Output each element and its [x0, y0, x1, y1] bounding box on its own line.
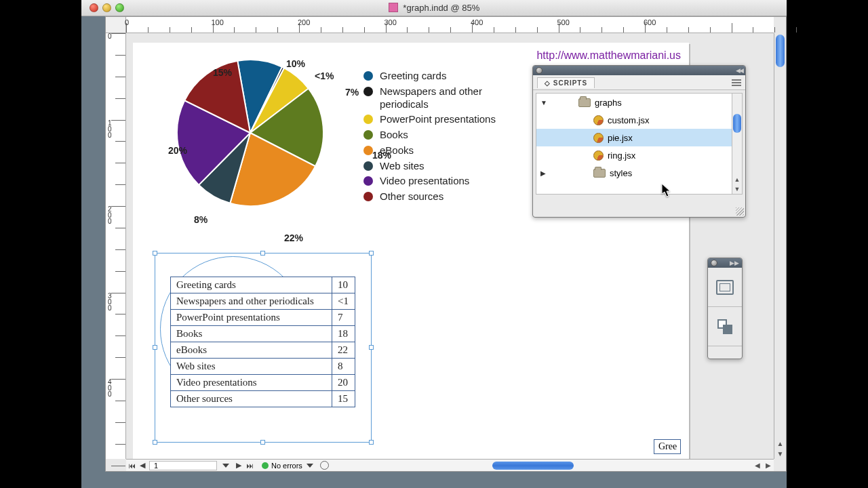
- vertical-scrollbar[interactable]: ▲ ▼: [774, 33, 786, 459]
- pct-label-5: 8%: [194, 214, 208, 225]
- tree-folder-styles[interactable]: ▶styles: [536, 164, 742, 182]
- tree-scroll-thumb[interactable]: [733, 114, 741, 133]
- url-text: http://www.matthewmariani.us: [536, 49, 681, 62]
- legend-swatch: [363, 192, 373, 201]
- table-row[interactable]: eBooks22: [171, 342, 355, 359]
- panel-close-button[interactable]: [536, 67, 542, 74]
- table-row[interactable]: Newspapers and other periodicals<1: [171, 293, 355, 310]
- script-icon: [593, 115, 604, 125]
- tree-script-ring.jsx[interactable]: ring.jsx: [536, 146, 742, 164]
- tree-scroll-up[interactable]: ▲: [732, 175, 742, 184]
- table-cell-value[interactable]: 18: [332, 326, 355, 342]
- table-row[interactable]: Video presentations20: [171, 375, 355, 391]
- hscroll-thumb[interactable]: [492, 462, 574, 470]
- scripts-panel[interactable]: ◀◀ ◇ SCRIPTS ▼graphscustom.jsxpie.jsxrin…: [532, 65, 746, 218]
- table-cell-label[interactable]: Greeting cards: [171, 277, 332, 293]
- folder-icon: [578, 98, 591, 107]
- page-number-field[interactable]: 1: [149, 461, 217, 470]
- table-row[interactable]: Greeting cards10: [171, 277, 355, 293]
- legend-item-0: Greeting cards: [363, 70, 509, 83]
- table-row[interactable]: Web sites8: [171, 359, 355, 375]
- table-cell-label[interactable]: eBooks: [171, 342, 332, 359]
- table-cell-label[interactable]: Other sources: [171, 391, 332, 407]
- mini-panel-close[interactable]: [711, 260, 717, 266]
- panel-resize-grip[interactable]: [736, 207, 744, 216]
- tree-folder-graphs[interactable]: ▼graphs: [536, 94, 742, 111]
- panel-icon-button-2[interactable]: [708, 307, 742, 346]
- legend-swatch: [363, 130, 373, 140]
- mouse-cursor: [661, 183, 672, 198]
- legend-label: Web sites: [380, 160, 425, 173]
- first-page-button[interactable]: ⏮: [126, 460, 137, 471]
- data-table[interactable]: Greeting cards10Newspapers and other per…: [170, 277, 355, 407]
- table-row[interactable]: PowerPoint presentations7: [171, 310, 355, 326]
- table-cell-label[interactable]: Web sites: [171, 359, 332, 375]
- scroll-right-arrow[interactable]: ▶: [763, 459, 774, 471]
- panel-icon-button-1[interactable]: [708, 268, 742, 307]
- collapsed-panel[interactable]: ▶▶: [707, 258, 743, 359]
- legend-label: Books: [380, 129, 408, 142]
- panel-collapse-button[interactable]: ◀◀: [736, 67, 743, 74]
- table-cell-value[interactable]: 15: [332, 391, 355, 407]
- window-titlebar[interactable]: *graph.indd @ 85%: [81, 0, 787, 16]
- ruler-horizontal[interactable]: 0100200300400500600: [126, 17, 774, 33]
- pct-label-7: 15%: [213, 67, 232, 78]
- pct-label-1: <1%: [315, 70, 334, 81]
- ruler-vertical[interactable]: 01 0 02 0 03 0 04 0 0: [106, 33, 126, 459]
- script-icon: [593, 133, 604, 143]
- disclosure-triangle[interactable]: ▶: [540, 169, 547, 177]
- table-cell-label[interactable]: Newspapers and other periodicals: [171, 293, 332, 310]
- tree-script-pie.jsx[interactable]: pie.jsx: [536, 129, 742, 146]
- tree-item-label: ring.jsx: [608, 150, 635, 161]
- tree-script-custom.jsx[interactable]: custom.jsx: [536, 111, 742, 129]
- legend-label: Greeting cards: [380, 70, 446, 83]
- legend-swatch: [363, 176, 373, 186]
- table-cell-value[interactable]: 22: [332, 342, 355, 359]
- mini-panel-bar[interactable]: ▶▶: [708, 258, 742, 268]
- table-cell-label[interactable]: PowerPoint presentations: [171, 310, 332, 326]
- prev-page-button[interactable]: ◀: [137, 460, 148, 471]
- tree-item-label: custom.jsx: [608, 115, 649, 125]
- next-page-button[interactable]: ▶: [233, 460, 244, 471]
- legend-item-3: Books: [363, 129, 509, 142]
- table-cell-label[interactable]: Video presentations: [171, 375, 332, 391]
- scroll-left-arrow[interactable]: ◀: [752, 459, 763, 471]
- legend-swatch: [363, 87, 373, 96]
- legend-item-6: Video presentations: [363, 175, 509, 188]
- panel-titlebar[interactable]: ◀◀: [533, 66, 745, 75]
- scroll-down-arrow[interactable]: ▼: [774, 449, 786, 459]
- table-row[interactable]: Books18: [171, 326, 355, 342]
- preflight-status-text: No errors: [271, 462, 302, 470]
- table-cell-value[interactable]: 7: [332, 310, 355, 326]
- tree-scrollbar[interactable]: ▲ ▼: [732, 94, 742, 194]
- page-dropdown-arrow[interactable]: [222, 464, 229, 468]
- table-cell-value[interactable]: 8: [332, 359, 355, 375]
- legend-swatch: [363, 71, 373, 81]
- table-cell-value[interactable]: 10: [332, 277, 355, 293]
- scroll-up-arrow[interactable]: ▲: [774, 439, 786, 449]
- sync-icon[interactable]: [320, 461, 329, 470]
- preflight-menu-arrow[interactable]: [307, 464, 313, 468]
- legend-label: Newspapers and other periodicals: [380, 85, 509, 111]
- table-cell-label[interactable]: Books: [171, 326, 332, 342]
- folder-icon: [593, 169, 606, 178]
- pie-chart[interactable]: [172, 55, 328, 211]
- tree-scroll-down[interactable]: ▼: [732, 184, 742, 194]
- legend-item-5: Web sites: [363, 160, 509, 173]
- ruler-origin[interactable]: [106, 17, 126, 33]
- tree-item-label: styles: [610, 168, 632, 178]
- table-row[interactable]: Other sources15: [171, 391, 355, 407]
- pct-label-0: 10%: [286, 58, 305, 69]
- indesign-file-icon: [389, 3, 398, 12]
- scripts-tab[interactable]: ◇ SCRIPTS: [537, 77, 595, 88]
- panel-flyout-menu[interactable]: [732, 79, 741, 86]
- legend-item-7: Other sources: [363, 190, 509, 203]
- table-cell-value[interactable]: <1: [332, 293, 355, 310]
- scripts-tree[interactable]: ▼graphscustom.jsxpie.jsxring.jsx▶styles …: [536, 93, 743, 195]
- legend-item-2: PowerPoint presentations: [363, 113, 509, 126]
- table-cell-value[interactable]: 20: [332, 375, 355, 391]
- last-page-button[interactable]: ⏭: [244, 460, 255, 471]
- panel-expand-button[interactable]: ▶▶: [730, 260, 739, 266]
- vscroll-thumb[interactable]: [776, 35, 785, 67]
- disclosure-triangle[interactable]: ▼: [540, 99, 547, 106]
